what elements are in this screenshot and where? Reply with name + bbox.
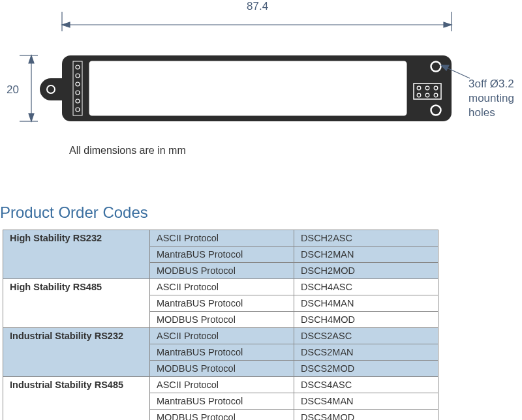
table-row: MantraBUS ProtocolDSCH2MAN [3, 247, 438, 263]
svg-marker-3 [62, 22, 70, 27]
dimension-diagram [0, 0, 522, 170]
table-row: High Stability RS485ASCII ProtocolDSCH4A… [3, 279, 438, 295]
code-cell: DSCH2ASC [294, 230, 438, 247]
protocol-cell: MantraBUS Protocol [150, 247, 294, 263]
svg-rect-12 [88, 60, 408, 117]
table-row: MODBUS ProtocolDSCH2MOD [3, 263, 438, 279]
svg-marker-8 [29, 55, 34, 63]
protocol-cell: MantraBUS Protocol [150, 393, 294, 410]
group-cell [3, 295, 150, 312]
code-cell: DSCH4MOD [294, 312, 438, 328]
group-cell [3, 410, 150, 421]
order-codes-table: High Stability RS232ASCII ProtocolDSCH2A… [3, 230, 438, 420]
section-title: Product Order Codes [0, 203, 148, 222]
table-row: Industrial Stability RS485ASCII Protocol… [3, 377, 438, 393]
code-cell: DSCH2MOD [294, 263, 438, 279]
table-row: MantraBUS ProtocolDSCS2MAN [3, 344, 438, 361]
table-row: MODBUS ProtocolDSCH4MOD [3, 312, 438, 328]
code-cell: DSCS4ASC [294, 377, 438, 393]
protocol-cell: MantraBUS Protocol [150, 344, 294, 361]
table-row: MODBUS ProtocolDSCS2MOD [3, 361, 438, 377]
group-cell [3, 393, 150, 410]
protocol-cell: MODBUS Protocol [150, 410, 294, 421]
group-cell [3, 247, 150, 263]
code-cell: DSCS2MOD [294, 361, 438, 377]
protocol-cell: MODBUS Protocol [150, 263, 294, 279]
code-cell: DSCS2ASC [294, 328, 438, 344]
group-cell [3, 361, 150, 377]
protocol-cell: MantraBUS Protocol [150, 295, 294, 312]
svg-marker-4 [444, 22, 452, 27]
group-cell [3, 344, 150, 361]
code-cell: DSCH2MAN [294, 247, 438, 263]
code-cell: DSCS2MAN [294, 344, 438, 361]
group-cell: High Stability RS232 [3, 230, 150, 247]
protocol-cell: MODBUS Protocol [150, 312, 294, 328]
table-row: High Stability RS232ASCII ProtocolDSCH2A… [3, 230, 438, 247]
code-cell: DSCH4ASC [294, 279, 438, 295]
protocol-cell: ASCII Protocol [150, 279, 294, 295]
dim-height-label: 20 [7, 83, 19, 97]
group-cell: High Stability RS485 [3, 279, 150, 295]
table-row: MantraBUS ProtocolDSCH4MAN [3, 295, 438, 312]
protocol-cell: ASCII Protocol [150, 230, 294, 247]
code-cell: DSCS4MAN [294, 393, 438, 410]
dimensions-caption: All dimensions are in mm [69, 145, 186, 157]
code-cell: DSCH4MAN [294, 295, 438, 312]
table-row: Industrial Stability RS232ASCII Protocol… [3, 328, 438, 344]
mounting-holes-callout: 3off Ø3.2 mounting holes [468, 77, 514, 120]
svg-marker-9 [29, 113, 34, 121]
table-row: MODBUS ProtocolDSCS4MOD [3, 410, 438, 421]
group-cell [3, 263, 150, 279]
code-cell: DSCS4MOD [294, 410, 438, 421]
table-row: MantraBUS ProtocolDSCS4MAN [3, 393, 438, 410]
group-cell [3, 312, 150, 328]
group-cell: Industrial Stability RS485 [3, 377, 150, 393]
dim-width-label: 87.4 [247, 0, 268, 13]
protocol-cell: ASCII Protocol [150, 328, 294, 344]
protocol-cell: ASCII Protocol [150, 377, 294, 393]
group-cell: Industrial Stability RS232 [3, 328, 150, 344]
protocol-cell: MODBUS Protocol [150, 361, 294, 377]
